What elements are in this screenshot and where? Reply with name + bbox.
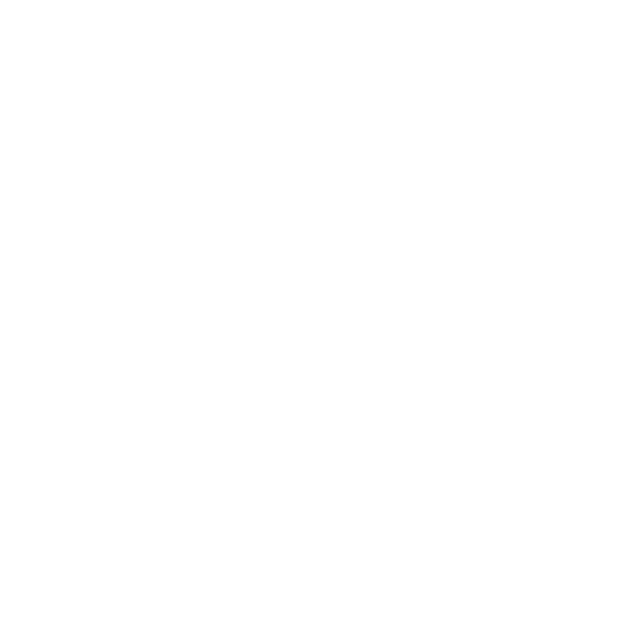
bottleneck-chart [0,0,644,644]
chart-frame: { "watermark": "TheBottleneck.com", "col… [0,0,644,644]
